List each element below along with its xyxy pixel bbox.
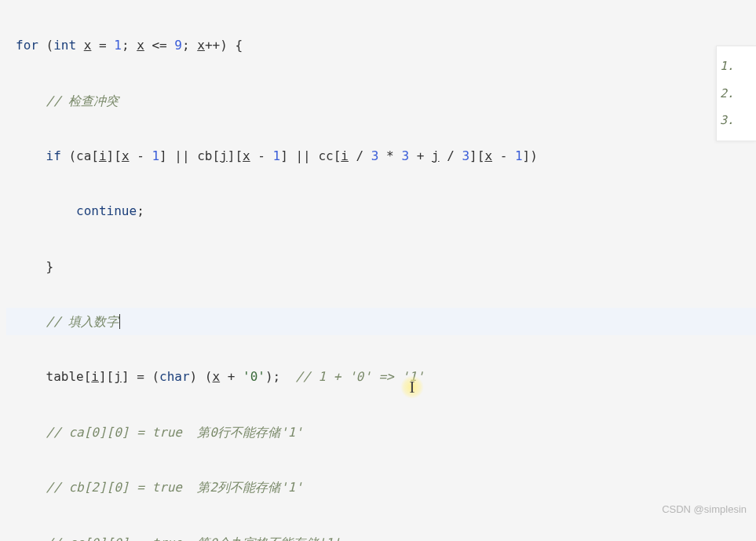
code-line: } bbox=[6, 253, 756, 280]
code-line: // cc[0][0] = true 第0个九宫格不能存储'1' bbox=[6, 529, 756, 541]
code-line: for (int x = 1; x <= 9; x++) { bbox=[6, 31, 756, 59]
comment: // 检查冲突 bbox=[46, 93, 119, 108]
comment: // cb[2][0] = true 第2列不能存储'1' bbox=[46, 480, 303, 495]
text-caret bbox=[119, 314, 120, 329]
comment: // 1 + '0' => '1' bbox=[295, 369, 424, 384]
kw-char: char bbox=[159, 369, 190, 384]
code-line: // 检查冲突 bbox=[6, 87, 756, 115]
code-line: continue; bbox=[6, 197, 756, 225]
code-line: if (ca[i][x - 1] || cb[j][x - 1] || cc[i… bbox=[6, 142, 756, 170]
var-x: x bbox=[84, 38, 92, 53]
code-line: table[i][j] = (char) (x + '0'); // 1 + '… bbox=[6, 363, 756, 390]
code-line: // ca[0][0] = true 第0行不能存储'1' bbox=[6, 419, 756, 446]
code-line-active: // 填入数字 bbox=[6, 308, 756, 335]
kw-continue: continue bbox=[76, 203, 137, 218]
code-block: for (int x = 1; x <= 9; x++) { // 检查冲突 i… bbox=[0, 0, 756, 541]
comment: // 填入数字 bbox=[46, 314, 119, 329]
kw-for: for bbox=[16, 38, 38, 53]
comment: // cc[0][0] = true 第0个九宫格不能存储'1' bbox=[46, 536, 341, 541]
code-line: // cb[2][0] = true 第2列不能存储'1' bbox=[6, 473, 756, 501]
comment: // ca[0][0] = true 第0行不能存储'1' bbox=[46, 425, 303, 440]
kw-if: if bbox=[46, 148, 61, 163]
kw-int: int bbox=[53, 38, 76, 53]
